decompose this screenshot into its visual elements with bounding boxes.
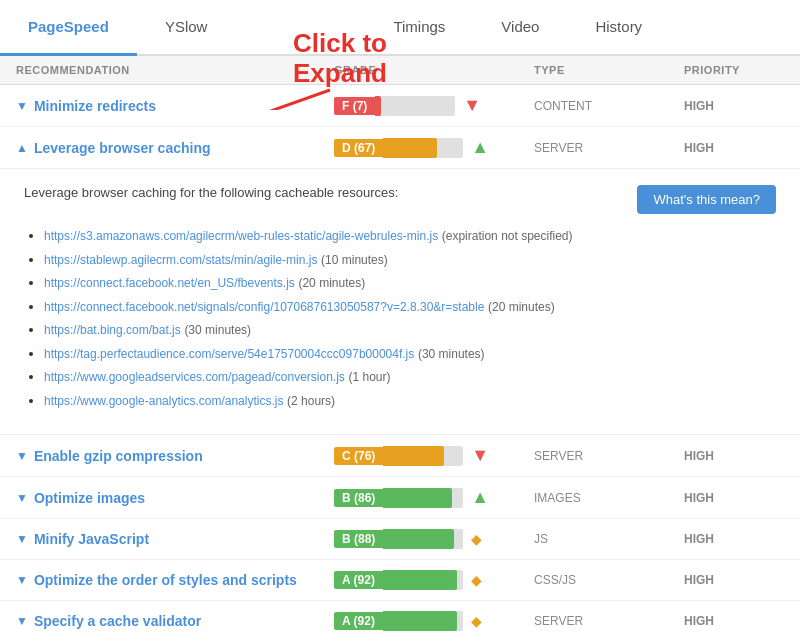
grade-cell-leverage: D (67) ▲	[334, 137, 534, 158]
col-recommendation: RECOMMENDATION	[16, 64, 334, 76]
grade-badge-minimize: F (7)	[334, 97, 375, 115]
cache-links-list: https://s3.amazonaws.com/agilecrm/web-ru…	[24, 226, 776, 410]
row-cache-validator[interactable]: ▼ Specify a cache validator A (92) ◆ SER…	[0, 601, 800, 634]
row-title-minify: ▼ Minify JavaScript	[16, 531, 334, 547]
table-header: RECOMMENDATION GRADE TYPE PRIORITY	[0, 56, 800, 85]
trend-icon-minify: ◆	[471, 531, 482, 547]
priority-images: HIGH	[684, 491, 784, 505]
col-type: TYPE	[534, 64, 684, 76]
grade-cell-images: B (86) ▲	[334, 487, 534, 508]
cache-link-1[interactable]: https://stablewp.agilecrm.com/stats/min/…	[44, 253, 317, 267]
cache-link-4[interactable]: https://bat.bing.com/bat.js	[44, 323, 181, 337]
tab-bar: PageSpeed YSlow Timings Video History	[0, 0, 800, 56]
trend-icon-images: ▲	[471, 487, 489, 508]
tab-timings[interactable]: Timings	[365, 0, 473, 56]
cache-note-7: (2 hours)	[287, 394, 335, 408]
grade-badge-validator: A (92)	[334, 612, 383, 630]
whats-mean-button[interactable]: What's this mean?	[637, 185, 776, 214]
cache-note-2: (20 minutes)	[298, 276, 365, 290]
grade-badge-gzip: C (76)	[334, 447, 383, 465]
grade-badge-leverage: D (67)	[334, 139, 383, 157]
trend-icon-minimize: ▼	[463, 95, 481, 116]
list-item: https://bat.bing.com/bat.js (30 minutes)	[44, 320, 776, 340]
priority-validator: HIGH	[684, 614, 784, 628]
expand-arrow-order: ▼	[16, 573, 28, 587]
trend-icon-leverage: ▲	[471, 137, 489, 158]
tab-yslow[interactable]: YSlow	[137, 0, 236, 56]
cache-link-2[interactable]: https://connect.facebook.net/en_US/fbeve…	[44, 276, 295, 290]
row-leverage-caching[interactable]: ▲ Leverage browser caching D (67) ▲ SERV…	[0, 127, 800, 169]
type-order: CSS/JS	[534, 573, 684, 587]
priority-minimize: HIGH	[684, 99, 784, 113]
cache-note-6: (1 hour)	[348, 370, 390, 384]
trend-icon-gzip: ▼	[471, 445, 489, 466]
cache-note-3: (20 minutes)	[488, 300, 555, 314]
grade-cell-minimize: F (7) ▼	[334, 95, 534, 116]
expand-arrow-minify: ▼	[16, 532, 28, 546]
cache-link-5[interactable]: https://tag.perfectaudience.com/serve/54…	[44, 347, 414, 361]
grade-cell-gzip: C (76) ▼	[334, 445, 534, 466]
list-item: https://s3.amazonaws.com/agilecrm/web-ru…	[44, 226, 776, 246]
list-item: https://connect.facebook.net/en_US/fbeve…	[44, 273, 776, 293]
grade-badge-images: B (86)	[334, 489, 383, 507]
type-validator: SERVER	[534, 614, 684, 628]
expand-arrow-validator: ▼	[16, 614, 28, 628]
list-item: https://connect.facebook.net/signals/con…	[44, 297, 776, 317]
list-item: https://www.google-analytics.com/analyti…	[44, 391, 776, 411]
expand-arrow-leverage: ▲	[16, 141, 28, 155]
row-minify-js[interactable]: ▼ Minify JavaScript B (88) ◆ JS HIGH	[0, 519, 800, 560]
type-gzip: SERVER	[534, 449, 684, 463]
cache-link-7[interactable]: https://www.google-analytics.com/analyti…	[44, 394, 283, 408]
expanded-description: Leverage browser caching for the followi…	[24, 185, 398, 200]
row-title-minimize: ▼ Minimize redirects	[16, 98, 334, 114]
row-optimize-order[interactable]: ▼ Optimize the order of styles and scrip…	[0, 560, 800, 601]
grade-cell-validator: A (92) ◆	[334, 611, 534, 631]
type-minimize: CONTENT	[534, 99, 684, 113]
tab-video[interactable]: Video	[473, 0, 567, 56]
expand-arrow-gzip: ▼	[16, 449, 28, 463]
row-title-order: ▼ Optimize the order of styles and scrip…	[16, 572, 334, 588]
row-title-gzip: ▼ Enable gzip compression	[16, 448, 334, 464]
cache-note-1: (10 minutes)	[321, 253, 388, 267]
row-title-leverage: ▲ Leverage browser caching	[16, 140, 334, 156]
col-grade: GRADE	[334, 64, 534, 76]
grade-badge-minify: B (88)	[334, 530, 383, 548]
type-minify: JS	[534, 532, 684, 546]
expand-arrow-images: ▼	[16, 491, 28, 505]
priority-order: HIGH	[684, 573, 784, 587]
type-images: IMAGES	[534, 491, 684, 505]
grade-cell-minify: B (88) ◆	[334, 529, 534, 549]
trend-icon-order: ◆	[471, 572, 482, 588]
cache-note-0: (expiration not specified)	[442, 229, 573, 243]
cache-link-0[interactable]: https://s3.amazonaws.com/agilecrm/web-ru…	[44, 229, 438, 243]
cache-note-5: (30 minutes)	[418, 347, 485, 361]
list-item: https://stablewp.agilecrm.com/stats/min/…	[44, 250, 776, 270]
expanded-leverage-content: Leverage browser caching for the followi…	[0, 169, 800, 435]
priority-minify: HIGH	[684, 532, 784, 546]
priority-gzip: HIGH	[684, 449, 784, 463]
row-minimize-redirects[interactable]: ▼ Minimize redirects F (7) ▼ CONTENT HIG…	[0, 85, 800, 127]
type-leverage: SERVER	[534, 141, 684, 155]
col-priority: PRIORITY	[684, 64, 784, 76]
tab-pagespeed[interactable]: PageSpeed	[0, 0, 137, 56]
row-title-validator: ▼ Specify a cache validator	[16, 613, 334, 629]
expand-arrow-minimize: ▼	[16, 99, 28, 113]
priority-leverage: HIGH	[684, 141, 784, 155]
row-title-images: ▼ Optimize images	[16, 490, 334, 506]
cache-link-3[interactable]: https://connect.facebook.net/signals/con…	[44, 300, 484, 314]
cache-note-4: (30 minutes)	[184, 323, 251, 337]
list-item: https://tag.perfectaudience.com/serve/54…	[44, 344, 776, 364]
grade-cell-order: A (92) ◆	[334, 570, 534, 590]
row-gzip[interactable]: ▼ Enable gzip compression C (76) ▼ SERVE…	[0, 435, 800, 477]
trend-icon-validator: ◆	[471, 613, 482, 629]
list-item: https://www.googleadservices.com/pagead/…	[44, 367, 776, 387]
tab-history[interactable]: History	[567, 0, 670, 56]
grade-badge-order: A (92)	[334, 571, 383, 589]
cache-link-6[interactable]: https://www.googleadservices.com/pagead/…	[44, 370, 345, 384]
row-optimize-images[interactable]: ▼ Optimize images B (86) ▲ IMAGES HIGH	[0, 477, 800, 519]
